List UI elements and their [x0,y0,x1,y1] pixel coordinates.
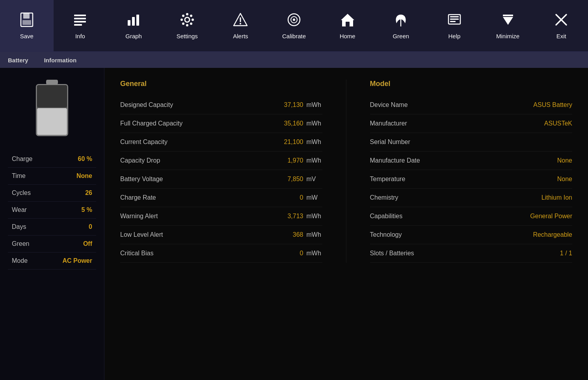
wear-stat: Wear 5 % [8,202,96,219]
svg-rect-8 [132,17,135,26]
days-label: Days [12,223,26,230]
charge-label: Charge [12,155,32,163]
manufacturer-value: ASUSTeK [544,120,572,127]
capabilities-row: Capabilities General Power [370,207,573,226]
capacity-drop-unit: mWh [307,157,322,164]
save-button[interactable]: Save [0,0,54,51]
cycles-stat: Cycles 26 [8,185,96,202]
slots-batteries-value: 1 / 1 [560,250,572,257]
wear-label: Wear [12,206,27,213]
full-charged-capacity-unit: mWh [307,120,322,127]
low-level-alert-unit: mWh [307,231,322,238]
current-capacity-row: Current Capacity 21,100 mWh [120,133,322,152]
manufacturer-label: Manufacturer [370,120,544,127]
wear-value: 5 % [81,206,92,213]
settings-icon [180,12,195,30]
technology-value: Rechargeable [533,231,572,238]
svg-rect-39 [37,85,67,107]
low-level-alert-value: 368 [272,231,303,238]
days-stat: Days 0 [8,219,96,236]
green-button[interactable]: Green [374,0,428,51]
svg-point-13 [180,19,183,21]
help-label: Help [448,33,461,39]
main-content: Charge 60 % Time None Cycles 26 Wear 5 %… [0,68,588,380]
breadcrumb-information: Information [44,57,93,64]
cycles-value: 26 [85,189,92,197]
charge-rate-name: Charge Rate [120,194,272,201]
full-charged-capacity-value: 35,160 [272,120,303,127]
alerts-icon [233,12,248,30]
battery-voltage-value: 7,850 [272,176,303,183]
technology-row: Technology Rechargeable [370,226,573,244]
svg-point-24 [293,19,295,21]
svg-rect-38 [37,108,67,135]
manufacture-date-row: Manufacture Date None [370,152,573,170]
breadcrumb-battery: Battery [8,57,44,64]
critical-bias-name: Critical Bias [120,250,272,257]
svg-rect-6 [74,24,82,26]
capacity-drop-value: 1,970 [272,157,303,164]
designed-capacity-name: Designed Capacity [120,101,272,109]
svg-point-17 [182,22,184,25]
capacity-drop-row: Capacity Drop 1,970 mWh [120,152,322,170]
manufacture-date-value: None [557,157,572,164]
svg-point-14 [192,19,194,21]
info-button[interactable]: Info [54,0,107,51]
battery-voltage-unit: mV [307,176,322,183]
svg-point-16 [190,15,192,17]
breadcrumb: Battery Information [0,52,588,68]
exit-button[interactable]: Exit [534,0,588,51]
charge-stat: Charge 60 % [8,151,96,168]
manufacture-date-label: Manufacture Date [370,157,557,164]
critical-bias-value: 0 [272,250,303,257]
serial-number-label: Serial Number [370,139,573,146]
device-name-label: Device Name [370,101,534,109]
minimize-label: Minimize [496,33,519,39]
mode-value: AC Power [62,257,92,264]
model-section-title: Model [370,80,573,96]
full-charged-capacity-row: Full Charged Capacity 35,160 mWh [120,114,322,133]
temperature-row: Temperature None [370,170,573,189]
svg-rect-30 [450,19,459,20]
battery-icon-container [34,80,70,139]
low-level-alert-row: Low Level Alert 368 mWh [120,226,322,244]
alerts-button[interactable]: Alerts [214,0,268,51]
minimize-button[interactable]: Minimize [481,0,535,51]
device-name-value: ASUS Battery [533,101,572,109]
cycles-label: Cycles [12,189,31,197]
home-icon [340,12,355,30]
minimize-icon [501,12,515,30]
manufacturer-row: Manufacturer ASUSTeK [370,114,573,133]
svg-rect-5 [74,21,86,22]
home-label: Home [340,33,355,39]
chemistry-label: Chemistry [370,194,541,201]
home-button[interactable]: Home [321,0,374,51]
svg-point-21 [240,23,241,24]
charge-rate-row: Charge Rate 0 mW [120,189,322,207]
slots-batteries-row: Slots / Batteries 1 / 1 [370,244,573,263]
technology-label: Technology [370,231,533,238]
settings-button[interactable]: Settings [160,0,214,51]
help-button[interactable]: Help [428,0,481,51]
serial-number-row: Serial Number [370,133,573,152]
left-panel: Charge 60 % Time None Cycles 26 Wear 5 %… [0,68,104,380]
battery-visual [34,80,70,139]
svg-rect-7 [128,20,130,26]
graph-button[interactable]: Graph [107,0,160,51]
calibrate-icon [287,12,301,30]
temperature-value: None [557,176,572,183]
charge-rate-unit: mW [307,194,322,201]
critical-bias-unit: mWh [307,250,322,257]
full-charged-capacity-name: Full Charged Capacity [120,120,272,127]
alerts-label: Alerts [233,33,248,39]
save-label: Save [20,33,33,39]
svg-rect-26 [346,22,350,26]
svg-rect-29 [450,16,459,17]
svg-rect-4 [74,18,86,19]
device-name-row: Device Name ASUS Battery [370,96,573,114]
left-column: General Designed Capacity 37,130 mWh Ful… [120,80,346,263]
green-label: Green [12,240,29,247]
calibrate-button[interactable]: Calibrate [267,0,321,51]
time-value: None [76,172,92,180]
help-icon [447,12,462,30]
